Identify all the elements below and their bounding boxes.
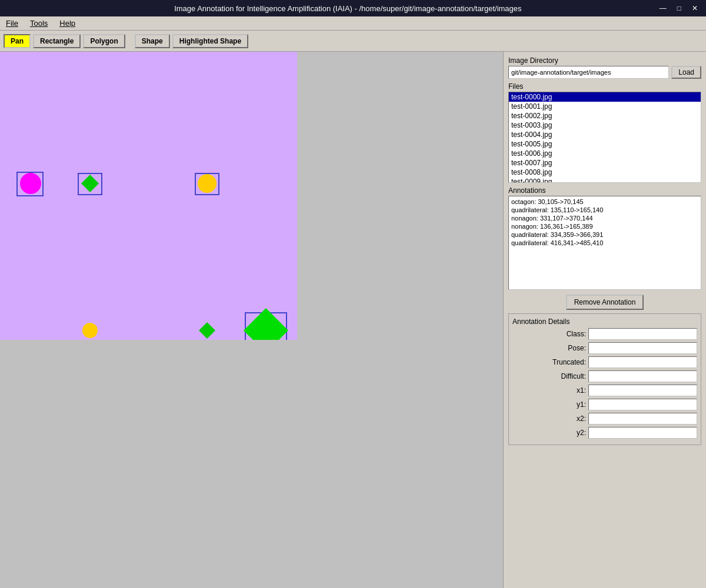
files-section: Files test-0000.jpgtest-0001.jpgtest-000… xyxy=(508,82,701,183)
detail-row-x1-field: x1: xyxy=(512,385,697,396)
detail-row-difficult-field: Difficult: xyxy=(512,370,697,382)
image-dir-input[interactable] xyxy=(508,66,669,79)
image-dir-row: Load xyxy=(508,66,701,79)
annotation-line[interactable]: nonagon: 136,361->165,389 xyxy=(511,222,698,230)
annotation-details-label: Annotation Details xyxy=(512,318,697,326)
detail-label-difficult-field: Difficult: xyxy=(545,372,586,380)
x2-field[interactable] xyxy=(588,413,697,425)
detail-label-y2-field: y2: xyxy=(545,429,586,437)
detail-label-pose-field: Pose: xyxy=(545,344,586,352)
title-bar: Image Annotation for Intelligence Amplif… xyxy=(0,0,706,16)
detail-label-y1-field: y1: xyxy=(545,400,586,409)
detail-row-x2-field: x2: xyxy=(512,413,697,425)
file-item[interactable]: test-0005.jpg xyxy=(509,139,701,149)
annotation-overlay xyxy=(0,52,297,340)
detail-row-class-field: Class: xyxy=(512,328,697,340)
file-item[interactable]: test-0006.jpg xyxy=(509,149,701,158)
file-item[interactable]: test-0008.jpg xyxy=(509,168,701,177)
annotation-line[interactable]: quadrilateral: 135,110->165,140 xyxy=(511,206,698,214)
file-item[interactable]: test-0002.jpg xyxy=(509,111,701,121)
annotation-line[interactable]: octagon: 30,105->70,145 xyxy=(511,198,698,206)
menu-bar: File Tools Help xyxy=(0,16,706,31)
toolbar: Pan Rectangle Polygon Shape Highlighted … xyxy=(0,31,706,52)
image-canvas[interactable] xyxy=(0,52,297,340)
detail-row-pose-field: Pose: xyxy=(512,342,697,354)
detail-row-truncated-field: Truncated: xyxy=(512,356,697,368)
svg-rect-8 xyxy=(245,313,287,340)
files-label: Files xyxy=(508,82,701,91)
file-menu[interactable]: File xyxy=(4,18,21,28)
difficult-field[interactable] xyxy=(588,370,697,382)
annotations-label: Annotations xyxy=(508,186,701,195)
close-button[interactable]: ✕ xyxy=(688,3,701,14)
image-dir-section: Image Directory Load xyxy=(508,56,701,79)
annotation-line[interactable]: nonagon: 331,107->370,144 xyxy=(511,214,698,222)
annotation-details-section: Annotation Details Class:Pose:Truncated:… xyxy=(508,313,701,445)
file-item[interactable]: test-0003.jpg xyxy=(509,121,701,130)
tools-menu[interactable]: Tools xyxy=(28,18,50,28)
file-item[interactable]: test-0001.jpg xyxy=(509,102,701,111)
svg-rect-2 xyxy=(78,173,102,195)
highlighted-shape-button[interactable]: Highlighted Shape xyxy=(172,34,248,48)
file-item[interactable]: test-0007.jpg xyxy=(509,158,701,168)
window-title: Image Annotation for Intelligence Amplif… xyxy=(40,4,656,13)
svg-rect-0 xyxy=(17,172,43,196)
detail-row-y1-field: y1: xyxy=(512,399,697,410)
svg-marker-9 xyxy=(244,308,288,340)
canvas-area[interactable] xyxy=(0,52,503,588)
svg-marker-7 xyxy=(199,322,215,339)
x1-field[interactable] xyxy=(588,385,697,396)
detail-fields: Class:Pose:Truncated:Difficult:x1:y1:x2:… xyxy=(512,328,697,439)
image-dir-label: Image Directory xyxy=(508,56,701,65)
svg-point-5 xyxy=(198,174,217,193)
pose-field[interactable] xyxy=(588,342,697,354)
annotation-line[interactable]: quadrilateral: 334,359->366,391 xyxy=(511,230,698,239)
main-area: Image Directory Load Files test-0000.jpg… xyxy=(0,52,706,588)
class-field[interactable] xyxy=(588,328,697,340)
shape-button[interactable]: Shape xyxy=(135,34,170,48)
svg-rect-4 xyxy=(195,173,219,195)
pan-button[interactable]: Pan xyxy=(4,34,31,48)
files-list[interactable]: test-0000.jpgtest-0001.jpgtest-0002.jpgt… xyxy=(508,92,701,183)
sidebar: Image Directory Load Files test-0000.jpg… xyxy=(503,52,706,588)
file-item[interactable]: test-0000.jpg xyxy=(509,92,701,102)
rectangle-button[interactable]: Rectangle xyxy=(33,34,81,48)
svg-marker-3 xyxy=(81,175,99,192)
help-menu[interactable]: Help xyxy=(57,18,78,28)
detail-label-class-field: Class: xyxy=(545,330,586,338)
truncated-field[interactable] xyxy=(588,356,697,368)
window-controls[interactable]: — □ ✕ xyxy=(656,3,701,14)
minimize-button[interactable]: — xyxy=(656,3,670,14)
detail-label-truncated-field: Truncated: xyxy=(545,358,586,366)
svg-point-6 xyxy=(82,323,98,338)
load-button[interactable]: Load xyxy=(671,66,701,79)
y1-field[interactable] xyxy=(588,399,697,410)
y2-field[interactable] xyxy=(588,427,697,439)
remove-annotation-button[interactable]: Remove Annotation xyxy=(566,295,644,310)
detail-label-x2-field: x2: xyxy=(545,415,586,423)
detail-row-y2-field: y2: xyxy=(512,427,697,439)
annotations-box[interactable]: octagon: 30,105->70,145quadrilateral: 13… xyxy=(508,196,701,290)
annotation-line[interactable]: quadrilateral: 416,341->485,410 xyxy=(511,239,698,247)
file-item[interactable]: test-0009.jpg xyxy=(509,177,701,183)
svg-point-1 xyxy=(20,173,41,194)
detail-label-x1-field: x1: xyxy=(545,386,586,395)
file-item[interactable]: test-0004.jpg xyxy=(509,130,701,139)
maximize-button[interactable]: □ xyxy=(674,3,685,14)
polygon-button[interactable]: Polygon xyxy=(83,34,125,48)
annotations-section: Annotations octagon: 30,105->70,145quadr… xyxy=(508,186,701,290)
